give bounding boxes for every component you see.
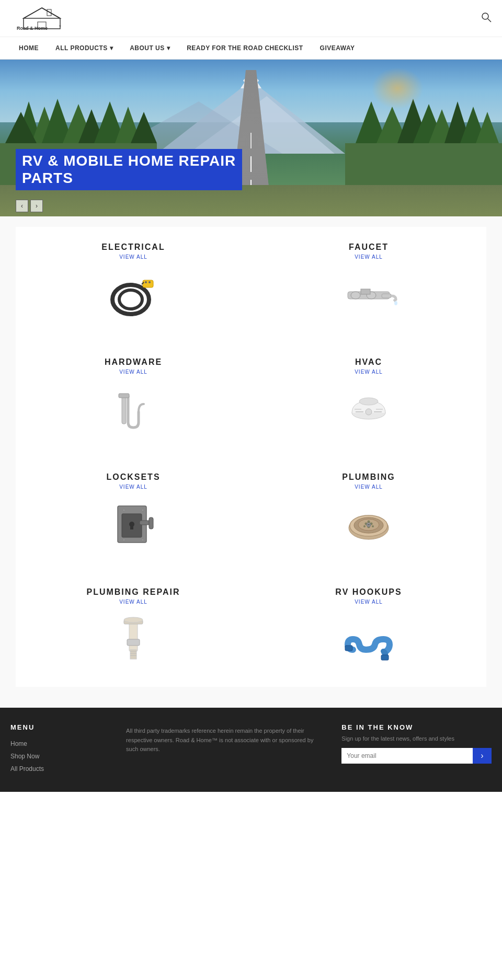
svg-rect-44 [382, 294, 391, 298]
footer-disclaimer: All third party trademarks reference her… [126, 723, 326, 776]
category-electrical-view-all[interactable]: VIEW ALL [119, 254, 147, 260]
category-hvac-image [335, 383, 403, 435]
hero-next-button[interactable]: › [30, 200, 43, 212]
nav-item-checklist[interactable]: READY FOR THE ROAD CHECKLIST [178, 37, 311, 59]
svg-point-77 [372, 525, 374, 527]
svg-rect-63 [130, 524, 133, 529]
nav-link-checklist[interactable]: READY FOR THE ROAD CHECKLIST [178, 37, 311, 59]
category-hvac[interactable]: HVAC VIEW ALL [251, 342, 486, 457]
category-hardware-view-all[interactable]: VIEW ALL [119, 369, 147, 375]
main-nav: HOME ALL PRODUCTS ▾ ABOUT US ▾ READY FOR… [0, 37, 502, 60]
hero-banner: RV & MOBILE HOME REPAIR PARTS ‹ › [0, 60, 502, 216]
hero-headline-line1: RV & MOBILE HOME REPAIR [22, 153, 236, 169]
svg-point-48 [394, 301, 397, 305]
category-locksets-view-all[interactable]: VIEW ALL [119, 484, 147, 490]
footer-newsletter-subtitle: Sign up for the latest news, offers and … [341, 735, 492, 742]
hero-headline: RV & MOBILE HOME REPAIR PARTS [16, 149, 242, 190]
hero-headline-line2: PARTS [22, 170, 73, 186]
footer-newsletter: BE IN THE KNOW Sign up for the latest ne… [341, 723, 492, 776]
site-header: Road & Home ™ [0, 0, 502, 37]
svg-rect-47 [361, 289, 370, 294]
category-rv-hookups[interactable]: RV HOOKUPS VIEW ALL [251, 572, 486, 687]
category-hvac-view-all[interactable]: VIEW ALL [355, 369, 383, 375]
category-rv-hookups-view-all[interactable]: VIEW ALL [355, 599, 383, 605]
logo[interactable]: Road & Home ™ [10, 5, 73, 31]
hero-sun-glow [371, 67, 424, 109]
category-faucet-image [335, 268, 403, 320]
email-submit-button[interactable]: › [473, 748, 492, 764]
svg-point-65 [142, 509, 144, 511]
svg-point-64 [123, 509, 125, 511]
category-hardware[interactable]: HARDWARE VIEW ALL [16, 342, 251, 457]
category-locksets[interactable]: LOCKSETS VIEW ALL [16, 457, 251, 572]
nav-item-giveaway[interactable]: GIVEAWAY [312, 37, 363, 59]
category-plumbing-view-all[interactable]: VIEW ALL [355, 484, 383, 490]
category-plumbing-repair-view-all[interactable]: VIEW ALL [119, 599, 147, 605]
footer-menu-item-shop[interactable]: Shop Now [10, 751, 110, 760]
category-electrical[interactable]: ELECTRICAL VIEW ALL [16, 227, 251, 342]
category-electrical-image [99, 268, 167, 320]
categories-section: ELECTRICAL VIEW ALL FAUCET VIEW ALL [0, 216, 502, 708]
svg-text:™: ™ [59, 25, 61, 28]
svg-point-45 [351, 292, 360, 299]
search-button[interactable] [481, 12, 492, 25]
footer-link-home[interactable]: Home [10, 740, 27, 747]
category-hardware-title: HARDWARE [105, 358, 162, 367]
category-faucet[interactable]: FAUCET VIEW ALL [251, 227, 486, 342]
category-plumbing-repair-image [99, 613, 167, 665]
svg-point-52 [359, 398, 378, 405]
category-hardware-image [99, 383, 167, 435]
category-plumbing[interactable]: PLUMBING VIEW ALL [251, 457, 486, 572]
svg-rect-61 [149, 517, 153, 529]
footer-menu-list: Home Shop Now All Products [10, 739, 110, 773]
category-hvac-title: HVAC [355, 358, 382, 367]
category-locksets-title: LOCKSETS [106, 472, 160, 482]
nav-item-about-us[interactable]: ABOUT US ▾ [121, 37, 178, 59]
site-footer: MENU Home Shop Now All Products All thir… [0, 708, 502, 792]
svg-point-38 [119, 290, 142, 309]
nav-link-about-us[interactable]: ABOUT US ▾ [121, 37, 178, 59]
footer-menu-item-home[interactable]: Home [10, 739, 110, 748]
category-faucet-title: FAUCET [349, 243, 389, 252]
svg-rect-50 [119, 394, 129, 398]
email-input[interactable] [341, 748, 473, 764]
category-plumbing-repair-title: PLUMBING REPAIR [86, 587, 180, 597]
svg-point-42 [149, 281, 151, 283]
svg-line-7 [488, 19, 491, 22]
search-icon [481, 12, 492, 22]
footer-link-all-products[interactable]: All Products [10, 765, 44, 773]
email-submit-arrow: › [481, 751, 483, 760]
category-rv-hookups-image [335, 613, 403, 665]
logo-svg: Road & Home ™ [10, 5, 73, 31]
hero-trees-right [345, 91, 502, 195]
category-electrical-title: ELECTRICAL [101, 243, 165, 252]
svg-point-41 [145, 281, 147, 283]
email-signup-row: › [341, 748, 492, 764]
svg-rect-89 [381, 655, 389, 660]
svg-rect-49 [122, 395, 126, 424]
category-rv-hookups-title: RV HOOKUPS [335, 587, 402, 597]
footer-menu-title: MENU [10, 723, 110, 731]
svg-rect-88 [345, 645, 352, 651]
svg-point-82 [124, 617, 143, 622]
svg-point-66 [123, 539, 125, 541]
hero-prev-button[interactable]: ‹ [16, 200, 28, 212]
footer-newsletter-title: BE IN THE KNOW [341, 723, 492, 731]
svg-point-6 [482, 13, 488, 19]
svg-rect-83 [127, 639, 140, 645]
svg-point-76 [363, 525, 366, 527]
footer-link-shop[interactable]: Shop Now [10, 753, 39, 760]
nav-link-home[interactable]: HOME [10, 37, 47, 59]
category-plumbing-repair[interactable]: PLUMBING REPAIR VIEW ALL [16, 572, 251, 687]
svg-rect-80 [129, 620, 138, 651]
nav-item-all-products[interactable]: ALL PRODUCTS ▾ [47, 37, 121, 59]
footer-menu-item-all-products[interactable]: All Products [10, 764, 110, 773]
category-locksets-image [99, 498, 167, 550]
nav-link-giveaway[interactable]: GIVEAWAY [312, 37, 363, 59]
categories-grid: ELECTRICAL VIEW ALL FAUCET VIEW ALL [16, 227, 486, 687]
svg-text:Road & Home: Road & Home [17, 26, 48, 31]
nav-link-all-products[interactable]: ALL PRODUCTS ▾ [47, 37, 121, 59]
svg-point-67 [142, 539, 144, 541]
category-faucet-view-all[interactable]: VIEW ALL [355, 254, 383, 260]
nav-item-home[interactable]: HOME [10, 37, 47, 59]
